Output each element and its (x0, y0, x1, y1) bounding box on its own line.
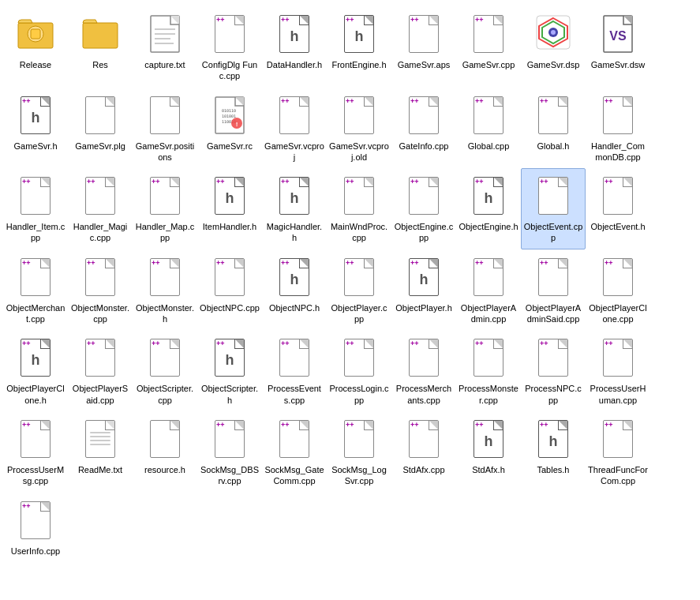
list-item[interactable]: GameSvr.positions (133, 88, 197, 169)
file-icon: h++ (274, 253, 315, 301)
list-item[interactable]: Res (68, 6, 133, 88)
list-item[interactable]: ++ProcessUserMsg.cpp (3, 411, 68, 493)
list-item[interactable]: ++ConfigDlg Func.cpp (197, 6, 262, 88)
list-item[interactable]: ++Handler_CommonDB.cpp (586, 88, 650, 169)
list-item[interactable]: ++ProcessUserHuman.cpp (586, 330, 650, 411)
file-label: ObjectPlayer.h (395, 302, 452, 313)
list-item[interactable]: ++Global.cpp (456, 88, 521, 169)
list-item[interactable]: ++UserInfo.cpp (3, 493, 68, 564)
file-icon: ++ (403, 10, 444, 58)
list-item[interactable]: h++ObjectNPC.h (262, 249, 327, 331)
file-icon: ++ (274, 92, 315, 139)
file-icon: ++ (597, 92, 638, 139)
file-icon: ++ (274, 415, 315, 463)
list-item[interactable]: ++GameSvr.aps (391, 6, 456, 88)
list-item[interactable]: ++ObjectEvent.h (586, 168, 650, 249)
file-icon: ++ (15, 497, 56, 544)
list-item[interactable]: 010110 101001 110010 ! GameSvr.rc (197, 88, 262, 169)
list-item[interactable]: h++ItemHandler.h (197, 168, 262, 249)
list-item[interactable]: ++ObjectScripter.cpp (133, 330, 197, 411)
list-item[interactable]: ++ProcessNPC.cpp (521, 330, 586, 411)
list-item[interactable]: ++ObjectPlayerSaid.cpp (68, 330, 133, 411)
list-item[interactable]: h++MagicHandler.h (262, 168, 327, 249)
list-item[interactable]: ++Handler_Magic.cpp (68, 168, 133, 249)
list-item[interactable]: ++SockMsg_DBSrv.cpp (197, 411, 262, 493)
list-item[interactable]: ++SockMsg_LogSvr.cpp (327, 411, 391, 493)
list-item[interactable]: h++ObjectScripter.h (197, 330, 262, 411)
file-label: ObjectMonster.h (135, 302, 195, 325)
list-item[interactable]: GameSvr.dsp (521, 6, 586, 88)
list-item[interactable]: ++ProcessMonster.cpp (456, 330, 521, 411)
list-item[interactable]: h++Tables.h (521, 411, 586, 493)
list-item[interactable]: ++ObjectPlayerAdminSaid.cpp (521, 249, 586, 331)
list-item[interactable]: h++ObjectPlayerClone.h (3, 330, 68, 411)
list-item[interactable]: ++MainWndProc.cpp (327, 168, 391, 249)
file-icon: ++ (597, 415, 638, 463)
list-item[interactable]: ++StdAfx.cpp (391, 411, 456, 493)
list-item[interactable]: Release (3, 6, 68, 88)
file-icon: ++ (533, 172, 574, 219)
list-item[interactable]: ++GameSvr.vcproj (262, 88, 327, 169)
list-item[interactable]: ++Handler_Map.cpp (133, 168, 197, 249)
file-label: ObjectPlayerClone.h (6, 383, 66, 406)
list-item[interactable]: ++ObjectMonster.cpp (68, 249, 133, 331)
list-item[interactable]: h++StdAfx.h (456, 411, 521, 493)
file-label: Handler_Item.cpp (6, 221, 66, 244)
list-item[interactable]: ++Handler_Item.cpp (3, 168, 68, 249)
list-item[interactable]: h++FrontEngine.h (327, 6, 391, 88)
list-item[interactable]: ReadMe.txt (68, 411, 133, 493)
file-label: SockMsg_LogSvr.cpp (329, 464, 389, 487)
list-item[interactable]: h++DataHandler.h (262, 6, 327, 88)
file-label: UserInfo.cpp (11, 546, 60, 557)
list-item[interactable]: ++ObjectMonster.h (133, 249, 197, 331)
list-item[interactable]: ++ObjectEvent.cpp (521, 168, 586, 249)
file-icon: ++ (468, 10, 509, 58)
list-item[interactable]: ++SockMsg_GateComm.cpp (262, 411, 327, 493)
file-label: StdAfx.cpp (402, 464, 444, 475)
file-icon: ++ (80, 253, 121, 301)
list-item[interactable]: h++ObjectPlayer.h (391, 249, 456, 331)
file-label: ProcessMerchants.cpp (394, 383, 454, 406)
file-label: Release (20, 59, 51, 70)
list-item[interactable]: ++GateInfo.cpp (391, 88, 456, 169)
file-icon: ++ (80, 334, 121, 381)
list-item[interactable]: ++ProcessLogin.cpp (327, 330, 391, 411)
list-item[interactable]: GameSvr.plg (68, 88, 133, 169)
list-item[interactable]: ++ObjectNPC.cpp (197, 249, 262, 331)
file-label: ObjectPlayerSaid.cpp (70, 383, 130, 406)
list-item[interactable]: ++ObjectMerchant.cpp (3, 249, 68, 331)
svg-text:101001: 101001 (222, 114, 236, 118)
list-item[interactable]: h++ObjectEngine.h (456, 168, 521, 249)
file-label: SockMsg_DBSrv.cpp (200, 464, 260, 487)
file-icon: ++ (80, 172, 121, 219)
file-label: ObjectPlayer.cpp (329, 302, 389, 325)
list-item[interactable]: capture.txt (133, 6, 197, 88)
list-item[interactable]: ++GameSvr.vcproj.old (327, 88, 391, 169)
list-item[interactable]: ++ObjectPlayer.cpp (327, 249, 391, 331)
file-label: ObjectMerchant.cpp (6, 302, 66, 325)
list-item[interactable]: ++ObjectPlayerClone.cpp (586, 249, 650, 331)
list-item[interactable]: ++ObjectEngine.cpp (391, 168, 456, 249)
file-label: ProcessMonster.cpp (459, 383, 518, 406)
svg-text:VS: VS (609, 29, 627, 43)
file-icon: h++ (209, 172, 250, 219)
list-item[interactable]: ++GameSvr.cpp (456, 6, 521, 88)
file-icon (144, 92, 185, 139)
file-icon: ++ (274, 334, 315, 381)
list-item[interactable]: ++ProcessMerchants.cpp (391, 330, 456, 411)
file-icon: ++ (403, 92, 444, 139)
list-item[interactable]: ++ThreadFuncForCom.cpp (586, 411, 650, 493)
svg-rect-3 (83, 23, 118, 48)
list-item[interactable]: ++Global.h (521, 88, 586, 169)
list-item[interactable]: ++ProcessEvents.cpp (262, 330, 327, 411)
list-item[interactable]: ++ObjectPlayerAdmin.cpp (456, 249, 521, 331)
list-item[interactable]: resource.h (133, 411, 197, 493)
file-label: GameSvr.plg (75, 141, 125, 152)
file-label: ProcessUserMsg.cpp (6, 464, 66, 487)
list-item[interactable]: h++GameSvr.h (3, 88, 68, 169)
file-icon: h++ (339, 10, 380, 58)
list-item[interactable]: VS GameSvr.dsw (586, 6, 650, 88)
file-label: ObjectEngine.cpp (394, 221, 454, 244)
file-label: GameSvr.vcproj.old (329, 141, 389, 163)
file-icon: h++ (15, 92, 56, 139)
